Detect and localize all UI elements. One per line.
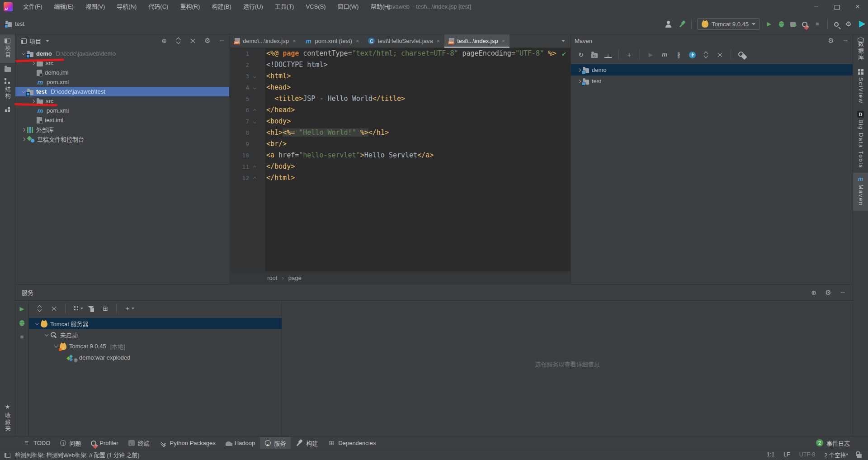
indent-setting[interactable]: 2 个空格*: [824, 451, 848, 459]
search-icon[interactable]: [834, 22, 839, 27]
hide-icon[interactable]: [842, 37, 849, 44]
skip-tests-icon[interactable]: [675, 51, 682, 58]
breadcrumb-item-root[interactable]: root: [267, 275, 277, 281]
learn-icon[interactable]: [859, 21, 865, 28]
expand-all-icon[interactable]: [36, 305, 43, 312]
close-button[interactable]: [847, 0, 868, 14]
tree-item-test.iml[interactable]: test.iml: [15, 115, 229, 125]
code-editor[interactable]: 123456789101112 <%@ page contentType="te…: [230, 48, 571, 271]
menu-item-7[interactable]: 运行(U): [237, 0, 269, 14]
toolwindow-tab-TODO[interactable]: TODO: [18, 437, 55, 449]
toolbar-separator[interactable]: [640, 50, 640, 60]
menu-item-4[interactable]: 代码(C): [142, 0, 174, 14]
collapse-all-icon[interactable]: [717, 51, 724, 58]
collapse-all-icon[interactable]: [51, 305, 58, 312]
chevron-down-icon[interactable]: [35, 321, 39, 325]
toolwindow-tab-Dependencies[interactable]: Dependencies: [323, 437, 381, 449]
menu-item-5[interactable]: 重构(R): [174, 0, 206, 14]
tree-item-pom.xml[interactable]: pom.xml: [15, 106, 229, 115]
refresh-icon[interactable]: [577, 51, 585, 58]
expand-all-icon[interactable]: [703, 51, 710, 58]
run-configuration-select[interactable]: Tomcat 9.0.45: [697, 18, 760, 30]
wrench-icon[interactable]: [738, 51, 745, 58]
toolbar-separator[interactable]: [731, 50, 731, 60]
tree-item-demo[interactable]: demoD:\code\javaweb\demo: [15, 49, 229, 58]
tree-item-未启动[interactable]: 未启动: [29, 329, 282, 341]
locate-icon[interactable]: [810, 289, 817, 296]
toolbar-separator[interactable]: [116, 304, 117, 313]
chevron-down-icon[interactable]: [22, 51, 25, 55]
hide-icon[interactable]: [218, 37, 226, 44]
settings-icon[interactable]: [204, 37, 211, 44]
menu-item-10[interactable]: 窗口(W): [332, 0, 365, 14]
chevron-right-icon[interactable]: [31, 99, 35, 103]
hidden-tabs-button[interactable]: [556, 34, 571, 47]
toolwindow-toggle-icon[interactable]: [5, 453, 10, 458]
plus-icon[interactable]: [626, 51, 633, 58]
menu-item-2[interactable]: 视图(V): [80, 0, 111, 14]
maven-project-test[interactable]: test: [571, 76, 853, 87]
toolwindow-tab-Hadoop[interactable]: Hadoop: [221, 437, 260, 449]
toolwindow-tab-服务[interactable]: 服务: [260, 437, 291, 449]
chevron-right-icon[interactable]: [577, 68, 581, 71]
toolwindow-tab-构建[interactable]: 构建: [291, 437, 323, 449]
maven-project-demo[interactable]: demo: [571, 64, 853, 76]
coverage-icon[interactable]: [790, 22, 796, 27]
debug-icon[interactable]: [779, 21, 784, 27]
menu-item-8[interactable]: 工具(T): [269, 0, 300, 14]
fold-marker[interactable]: [249, 71, 260, 82]
user-icon[interactable]: [665, 20, 672, 28]
strip-item-Maven[interactable]: Maven: [853, 173, 868, 211]
settings-icon[interactable]: [845, 20, 852, 28]
toolwindow-tab-问题[interactable]: 问题: [55, 437, 86, 449]
menu-item-1[interactable]: 编辑(E): [48, 0, 80, 14]
tree-item-demo-war-exploded[interactable]: ?demo:war exploded: [29, 352, 282, 363]
chevron-right-icon[interactable]: [22, 128, 25, 131]
file-encoding[interactable]: UTF-8: [799, 451, 815, 458]
toolwindow-tab-Python Packages[interactable]: Python Packages: [155, 437, 221, 449]
strip-item-收藏夹[interactable]: 收藏夹: [0, 401, 15, 437]
toolwindow-tab-终端[interactable]: 终端: [123, 437, 155, 449]
readonly-lock-icon[interactable]: [857, 454, 862, 458]
tree-item-pom.xml[interactable]: pom.xml: [15, 77, 229, 87]
breadcrumb-item-page[interactable]: page: [288, 275, 302, 281]
strip-item-folder[interactable]: [0, 63, 15, 75]
strip-item-项目[interactable]: 项目: [0, 34, 15, 63]
project-widget[interactable]: test: [5, 20, 24, 27]
strip-item-Big Data Tools[interactable]: Big Data Tools: [853, 108, 868, 173]
hide-icon[interactable]: [839, 289, 846, 296]
editor-tab-1[interactable]: pom.xml (test): [300, 34, 363, 47]
fold-marker[interactable]: [249, 82, 260, 93]
strip-item-blocks[interactable]: [0, 104, 15, 117]
project-panel-title[interactable]: 项目: [29, 37, 41, 45]
tree-item-Tomcat-服务器[interactable]: Tomcat 服务器: [29, 318, 282, 329]
strip-item-数据库[interactable]: 数据库: [853, 34, 868, 66]
toolbar-separator[interactable]: [618, 50, 619, 60]
menu-item-6[interactable]: 构建(B): [206, 0, 237, 14]
run-icon[interactable]: [765, 20, 773, 28]
tree-item-外部库[interactable]: 外部库: [15, 125, 229, 134]
fold-marker[interactable]: [249, 172, 260, 184]
settings-icon[interactable]: [827, 37, 835, 44]
sync-folders-icon[interactable]: [591, 53, 598, 58]
close-tab-icon[interactable]: [356, 38, 359, 44]
locate-icon[interactable]: [160, 37, 168, 44]
menu-item-3[interactable]: 导航(N): [111, 0, 142, 14]
stop-icon[interactable]: [814, 20, 821, 28]
line-separator[interactable]: LF: [783, 451, 790, 458]
run-icon[interactable]: [19, 305, 26, 313]
add-icon[interactable]: [124, 305, 131, 312]
stop-icon[interactable]: [19, 333, 26, 341]
toolwindow-tab-Profiler[interactable]: Profiler: [86, 437, 123, 449]
chevron-right-icon[interactable]: [577, 79, 581, 83]
menu-item-0[interactable]: 文件(F): [17, 0, 48, 14]
minimize-button[interactable]: [806, 0, 826, 14]
close-tab-icon[interactable]: [501, 38, 505, 44]
filter-icon[interactable]: [87, 305, 94, 312]
strip-item-SciView[interactable]: SciView: [853, 66, 868, 108]
chevron-down-icon[interactable]: [46, 40, 49, 42]
expand-all-icon[interactable]: [175, 37, 182, 44]
editor-tab-2[interactable]: test\HelloServlet.java: [363, 34, 444, 47]
chevron-down-icon[interactable]: [54, 344, 58, 347]
debug-icon[interactable]: [19, 320, 24, 326]
